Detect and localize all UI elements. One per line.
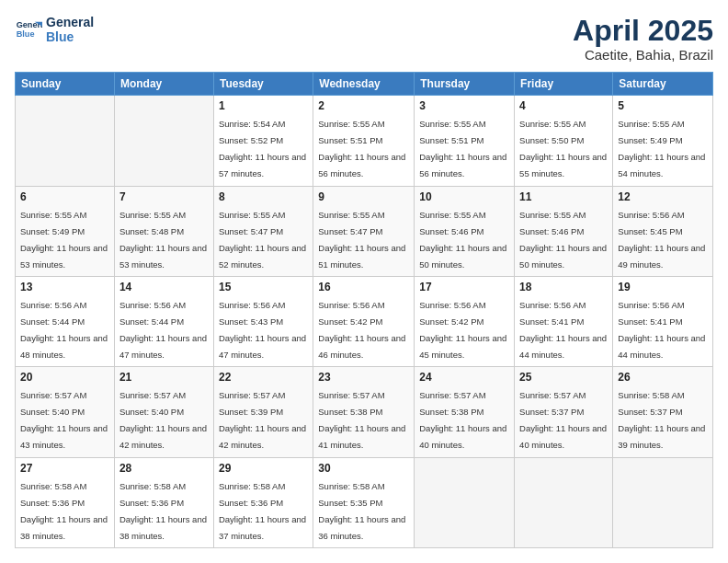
calendar-cell: [515, 457, 613, 547]
calendar-cell: [613, 457, 713, 547]
day-info: Sunrise: 5:57 AMSunset: 5:39 PMDaylight:…: [219, 390, 306, 450]
calendar-cell: 15 Sunrise: 5:56 AMSunset: 5:43 PMDaylig…: [213, 276, 313, 366]
logo: General Blue General Blue: [15, 15, 94, 44]
header: General Blue General Blue April 2025 Cae…: [15, 15, 713, 63]
day-number: 12: [618, 190, 708, 203]
day-number: 28: [119, 462, 209, 475]
calendar-cell: 22 Sunrise: 5:57 AMSunset: 5:39 PMDaylig…: [213, 367, 313, 457]
calendar-cell: 2 Sunrise: 5:55 AMSunset: 5:51 PMDayligh…: [313, 96, 415, 186]
calendar-cell: 17 Sunrise: 5:56 AMSunset: 5:42 PMDaylig…: [415, 276, 515, 366]
calendar-header-tuesday: Tuesday: [213, 73, 313, 96]
page: General Blue General Blue April 2025 Cae…: [0, 0, 728, 563]
day-info: Sunrise: 5:58 AMSunset: 5:36 PMDaylight:…: [219, 481, 306, 541]
day-info: Sunrise: 5:56 AMSunset: 5:41 PMDaylight:…: [618, 300, 705, 360]
day-number: 26: [618, 371, 708, 384]
day-number: 25: [519, 371, 608, 384]
day-info: Sunrise: 5:57 AMSunset: 5:40 PMDaylight:…: [119, 390, 207, 450]
calendar-cell: 28 Sunrise: 5:58 AMSunset: 5:36 PMDaylig…: [114, 457, 213, 547]
calendar-table: SundayMondayTuesdayWednesdayThursdayFrid…: [15, 72, 713, 548]
day-info: Sunrise: 5:56 AMSunset: 5:44 PMDaylight:…: [119, 300, 207, 360]
calendar-cell: 21 Sunrise: 5:57 AMSunset: 5:40 PMDaylig…: [114, 367, 213, 457]
day-number: 4: [519, 99, 608, 112]
day-number: 1: [219, 99, 308, 112]
calendar-cell: 13 Sunrise: 5:56 AMSunset: 5:44 PMDaylig…: [16, 276, 115, 366]
day-info: Sunrise: 5:56 AMSunset: 5:42 PMDaylight:…: [318, 300, 405, 360]
day-info: Sunrise: 5:56 AMSunset: 5:41 PMDaylight:…: [519, 300, 607, 360]
calendar-cell: 4 Sunrise: 5:55 AMSunset: 5:50 PMDayligh…: [515, 96, 613, 186]
svg-text:Blue: Blue: [17, 29, 35, 39]
day-number: 15: [219, 281, 308, 293]
calendar-cell: 19 Sunrise: 5:56 AMSunset: 5:41 PMDaylig…: [613, 276, 713, 366]
calendar-header-thursday: Thursday: [415, 73, 515, 96]
day-number: 3: [419, 99, 509, 112]
day-number: 29: [219, 462, 308, 475]
day-info: Sunrise: 5:57 AMSunset: 5:40 PMDaylight:…: [20, 390, 108, 450]
day-number: 23: [318, 371, 409, 384]
calendar-cell: [16, 96, 115, 186]
day-number: 20: [20, 371, 109, 384]
day-info: Sunrise: 5:55 AMSunset: 5:50 PMDaylight:…: [519, 119, 607, 178]
day-info: Sunrise: 5:56 AMSunset: 5:43 PMDaylight:…: [219, 300, 306, 360]
day-info: Sunrise: 5:55 AMSunset: 5:46 PMDaylight:…: [419, 210, 506, 270]
day-number: 2: [318, 99, 409, 112]
day-number: 24: [419, 371, 509, 384]
calendar-cell: 30 Sunrise: 5:58 AMSunset: 5:35 PMDaylig…: [313, 457, 415, 547]
day-info: Sunrise: 5:56 AMSunset: 5:45 PMDaylight:…: [618, 210, 705, 270]
calendar-cell: 16 Sunrise: 5:56 AMSunset: 5:42 PMDaylig…: [313, 276, 415, 366]
day-info: Sunrise: 5:58 AMSunset: 5:37 PMDaylight:…: [618, 390, 705, 450]
calendar-cell: 29 Sunrise: 5:58 AMSunset: 5:36 PMDaylig…: [213, 457, 313, 547]
day-info: Sunrise: 5:55 AMSunset: 5:49 PMDaylight:…: [20, 210, 108, 270]
calendar-cell: 26 Sunrise: 5:58 AMSunset: 5:37 PMDaylig…: [613, 367, 713, 457]
calendar-week-1: 1 Sunrise: 5:54 AMSunset: 5:52 PMDayligh…: [16, 96, 713, 186]
day-number: 30: [318, 462, 409, 475]
calendar-cell: [114, 96, 213, 186]
day-number: 19: [618, 281, 708, 293]
day-number: 7: [119, 190, 209, 203]
day-info: Sunrise: 5:55 AMSunset: 5:48 PMDaylight:…: [119, 210, 207, 270]
calendar-cell: 3 Sunrise: 5:55 AMSunset: 5:51 PMDayligh…: [415, 96, 515, 186]
day-number: 10: [419, 190, 509, 203]
calendar-cell: 18 Sunrise: 5:56 AMSunset: 5:41 PMDaylig…: [515, 276, 613, 366]
day-number: 5: [618, 99, 708, 112]
day-info: Sunrise: 5:55 AMSunset: 5:49 PMDaylight:…: [618, 119, 705, 178]
calendar-week-4: 20 Sunrise: 5:57 AMSunset: 5:40 PMDaylig…: [16, 367, 713, 457]
day-number: 11: [519, 190, 608, 203]
calendar-cell: 24 Sunrise: 5:57 AMSunset: 5:38 PMDaylig…: [415, 367, 515, 457]
calendar-cell: 23 Sunrise: 5:57 AMSunset: 5:38 PMDaylig…: [313, 367, 415, 457]
day-number: 22: [219, 371, 308, 384]
day-info: Sunrise: 5:55 AMSunset: 5:46 PMDaylight:…: [519, 210, 607, 270]
day-number: 17: [419, 281, 509, 293]
calendar-header-saturday: Saturday: [613, 73, 713, 96]
month-title: April 2025: [573, 15, 713, 47]
day-info: Sunrise: 5:57 AMSunset: 5:38 PMDaylight:…: [419, 390, 506, 450]
calendar-cell: 9 Sunrise: 5:55 AMSunset: 5:47 PMDayligh…: [313, 186, 415, 276]
calendar-cell: 25 Sunrise: 5:57 AMSunset: 5:37 PMDaylig…: [515, 367, 613, 457]
logo-blue: Blue: [46, 29, 94, 44]
day-info: Sunrise: 5:56 AMSunset: 5:44 PMDaylight:…: [20, 300, 108, 360]
day-info: Sunrise: 5:57 AMSunset: 5:38 PMDaylight:…: [318, 390, 405, 450]
calendar-week-5: 27 Sunrise: 5:58 AMSunset: 5:36 PMDaylig…: [16, 457, 713, 547]
logo-icon: General Blue: [15, 16, 42, 43]
title-block: April 2025 Caetite, Bahia, Brazil: [573, 15, 713, 63]
day-number: 18: [519, 281, 608, 293]
calendar-cell: 6 Sunrise: 5:55 AMSunset: 5:49 PMDayligh…: [16, 186, 115, 276]
calendar-header-friday: Friday: [515, 73, 613, 96]
calendar-cell: 11 Sunrise: 5:55 AMSunset: 5:46 PMDaylig…: [515, 186, 613, 276]
day-number: 14: [119, 281, 209, 293]
calendar-cell: 8 Sunrise: 5:55 AMSunset: 5:47 PMDayligh…: [213, 186, 313, 276]
day-info: Sunrise: 5:57 AMSunset: 5:37 PMDaylight:…: [519, 390, 607, 450]
day-info: Sunrise: 5:54 AMSunset: 5:52 PMDaylight:…: [219, 119, 306, 178]
calendar-header-row: SundayMondayTuesdayWednesdayThursdayFrid…: [16, 73, 713, 96]
day-info: Sunrise: 5:55 AMSunset: 5:51 PMDaylight:…: [419, 119, 506, 178]
calendar-header-monday: Monday: [114, 73, 213, 96]
day-number: 16: [318, 281, 409, 293]
calendar-cell: [415, 457, 515, 547]
calendar-cell: 12 Sunrise: 5:56 AMSunset: 5:45 PMDaylig…: [613, 186, 713, 276]
day-info: Sunrise: 5:55 AMSunset: 5:47 PMDaylight:…: [219, 210, 306, 270]
calendar-header-sunday: Sunday: [16, 73, 115, 96]
calendar-cell: 5 Sunrise: 5:55 AMSunset: 5:49 PMDayligh…: [613, 96, 713, 186]
calendar-cell: 14 Sunrise: 5:56 AMSunset: 5:44 PMDaylig…: [114, 276, 213, 366]
calendar-cell: 1 Sunrise: 5:54 AMSunset: 5:52 PMDayligh…: [213, 96, 313, 186]
location-title: Caetite, Bahia, Brazil: [573, 47, 713, 63]
calendar-week-3: 13 Sunrise: 5:56 AMSunset: 5:44 PMDaylig…: [16, 276, 713, 366]
